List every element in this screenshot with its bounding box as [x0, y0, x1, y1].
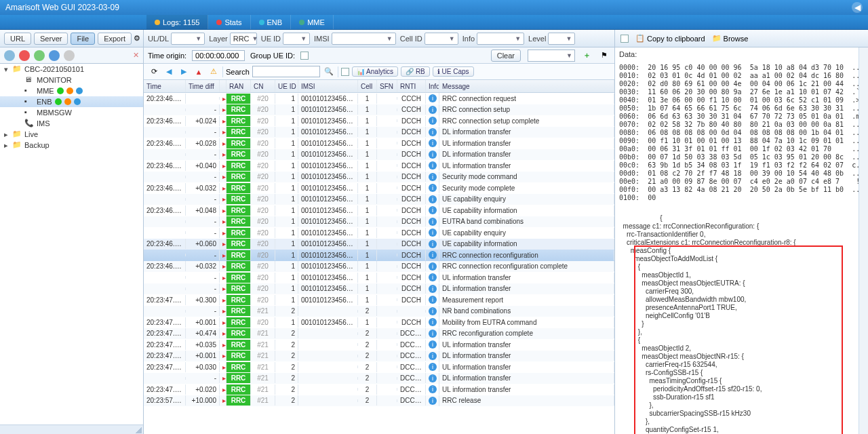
tree-item[interactable]: ▾📁CBC-2021050101: [0, 64, 143, 75]
analytics-button[interactable]: 📊 Analytics: [352, 66, 398, 77]
column-header[interactable]: Time: [144, 80, 186, 92]
log-row[interactable]: 20:23:46.676+0.032▸RRC#20100101012345678…: [144, 182, 614, 194]
tree-item[interactable]: 🖥MONITOR: [0, 75, 143, 85]
log-row[interactable]: -▸RRC#2010010101234567891DCCHiDL informa…: [144, 127, 614, 138]
tab-mme[interactable]: MME: [291, 15, 334, 29]
rb-button[interactable]: 🔗 RB: [401, 66, 430, 77]
hex-dump[interactable]: 0000: 20 16 95 c0 40 00 00 96 5a 18 10 a…: [615, 61, 859, 205]
reload-icon[interactable]: ⟳: [148, 66, 160, 78]
file-button[interactable]: File: [71, 33, 95, 45]
sync-icon[interactable]: [49, 50, 60, 61]
column-header[interactable]: RAN: [226, 80, 251, 92]
log-row[interactable]: 20:23:47.117+0.001▸RRC#20100101012345678…: [144, 317, 614, 328]
log-row[interactable]: -▸RRC#2010010101234567891DCCHiEUTRA band…: [144, 216, 614, 228]
clear-button[interactable]: Clear: [491, 50, 521, 62]
expand-icon[interactable]: ▾: [4, 65, 12, 74]
tab-enb[interactable]: ENB: [251, 15, 292, 29]
column-header[interactable]: CN: [251, 80, 275, 92]
more-icon[interactable]: [64, 50, 75, 61]
log-row[interactable]: -▸RRC#2010010101234567891DCCHiDL informa…: [144, 283, 614, 295]
column-header[interactable]: [220, 80, 226, 92]
message-decode[interactable]: { message c1: rrcConnectionReconfigurati…: [615, 205, 859, 434]
binoculars-icon[interactable]: 🔍: [323, 66, 335, 78]
log-row[interactable]: -▸RRC#2010010101234567891DCCHiUL informa…: [144, 272, 614, 283]
copy-button[interactable]: 📋 Copy to clipboard: [635, 34, 705, 43]
log-row[interactable]: -▸RRC#2010010101234567891DCCHiSecurity m…: [144, 172, 614, 183]
log-row[interactable]: -▸RRC#2122iNR band combinations: [144, 306, 614, 317]
alert-icon[interactable]: ⚠: [208, 66, 220, 78]
url-button[interactable]: URL: [4, 33, 31, 45]
tree-item[interactable]: ▪MME: [0, 85, 143, 96]
layer-combo[interactable]: RRC▼: [230, 33, 257, 45]
add-icon[interactable]: ＋: [580, 50, 593, 62]
tree-item[interactable]: ▸📁Backup: [0, 140, 143, 151]
log-grid[interactable]: TimeTime diffRANCNUE IDIMSICellSFNRNTIIn…: [144, 80, 614, 434]
log-row[interactable]: -▸RRC#2010010101234567891DCCHiUE capabil…: [144, 227, 614, 239]
tab-logs[interactable]: Logs: 1155: [146, 15, 208, 29]
log-row[interactable]: 20:23:46.576+0.024▸RRC#20100101012345678…: [144, 115, 614, 127]
browse-button[interactable]: 📁 Browse: [712, 34, 749, 43]
ueid-combo[interactable]: ▼: [283, 33, 310, 45]
level-combo[interactable]: ▼: [548, 33, 575, 45]
log-row[interactable]: 20:23:47.627+0.001▸RRC#2122DCCH-NRiDL in…: [144, 351, 614, 362]
sidebar-scrollbar[interactable]: [0, 425, 143, 434]
copy-checkbox[interactable]: [620, 35, 629, 43]
log-row[interactable]: -▸RRC#2122DCCH-NRiDL information transfe…: [144, 373, 614, 384]
log-row[interactable]: -▸RRC#2010010101234567891DCCHiDL informa…: [144, 149, 614, 161]
log-row[interactable]: 20:23:46.816+0.032▸RRC#20100101012345678…: [144, 261, 614, 273]
tree-item[interactable]: ▪MBMSGW: [0, 107, 143, 118]
tree-item[interactable]: ▪ENB: [0, 96, 143, 107]
imsi-combo[interactable]: ▼: [332, 33, 396, 45]
log-row[interactable]: 20:23:47.116+0.300▸RRC#20100101012345678…: [144, 294, 614, 306]
analytics-checkbox[interactable]: [341, 68, 349, 76]
refresh-icon[interactable]: [4, 50, 15, 61]
tree-item[interactable]: 📞IMS: [0, 118, 143, 129]
log-row[interactable]: 20:23:46.604+0.028▸RRC#20100101012345678…: [144, 138, 614, 149]
log-row[interactable]: 20:23:57.677+10.000▸RRC#2122DCCH-NRiRRC …: [144, 395, 614, 407]
close-icon[interactable]: ✕: [133, 51, 139, 60]
log-row[interactable]: 20:23:46.784+0.060▸RRC#20100101012345678…: [144, 239, 614, 250]
cellid-combo[interactable]: ▼: [425, 33, 458, 45]
forward-icon[interactable]: ▶: [178, 66, 190, 78]
log-row[interactable]: -▸RRC#2010010101234567891DCCHiRRC connec…: [144, 250, 614, 261]
play-icon[interactable]: [34, 50, 45, 61]
log-row[interactable]: -▸RRC#2010010101234567891CCCHiRRC connec…: [144, 104, 614, 116]
column-header[interactable]: Message: [439, 80, 614, 92]
filter-dropdown[interactable]: ▼: [528, 50, 575, 62]
stop-icon[interactable]: [19, 50, 30, 61]
column-header[interactable]: Cell: [358, 80, 377, 92]
flag-icon[interactable]: ⚑: [598, 50, 610, 62]
back-icon[interactable]: ◀: [163, 66, 175, 78]
time-origin-input[interactable]: 00:00:00.000: [192, 50, 245, 61]
expand-icon[interactable]: ▸: [4, 141, 12, 150]
log-row[interactable]: 20:23:46.724+0.048▸RRC#20100101012345678…: [144, 205, 614, 216]
file-tree[interactable]: ▾📁CBC-2021050101🖥MONITOR▪MME▪ENB▪MBMSGW📞…: [0, 64, 143, 425]
log-row[interactable]: 20:23:47.591+0.474▸RRC#2122DCCH-NRiRRC r…: [144, 328, 614, 340]
group-ue-checkbox[interactable]: [300, 52, 309, 60]
column-header[interactable]: Time diff: [186, 80, 220, 92]
log-row[interactable]: 20:23:47.677+0.020▸RRC#2122DCCH-NRiUL in…: [144, 384, 614, 395]
gear-icon[interactable]: ⚙: [133, 33, 141, 45]
column-header[interactable]: Info: [426, 80, 439, 92]
info-combo[interactable]: ▼: [477, 33, 524, 45]
uecaps-button[interactable]: ℹ UE Caps: [433, 66, 474, 77]
column-header[interactable]: UE ID: [275, 80, 298, 92]
column-header[interactable]: RNTI: [397, 80, 426, 92]
export-button[interactable]: Export: [98, 33, 132, 45]
log-row[interactable]: -▸RRC#2010010101234567891DCCHiUE capabil…: [144, 194, 614, 205]
uldl-combo[interactable]: ▼: [171, 33, 205, 45]
collapse-icon[interactable]: ◀: [852, 2, 863, 13]
log-row[interactable]: 20:23:46.644+0.040▸RRC#20100101012345678…: [144, 160, 614, 172]
search-input[interactable]: [252, 66, 320, 77]
column-header[interactable]: SFN: [377, 80, 397, 92]
expand-icon[interactable]: ▸: [4, 130, 12, 139]
column-header[interactable]: IMSI: [298, 80, 358, 92]
right-scrollbar[interactable]: [859, 47, 868, 434]
tree-item[interactable]: ▸📁Live: [0, 129, 143, 140]
log-row[interactable]: 20:23:47.626+0.035▸RRC#2122DCCH-NRiUL in…: [144, 339, 614, 351]
server-button[interactable]: Server: [34, 33, 68, 45]
log-row[interactable]: 20:23:46.552▸RRC#2010010101234567891CCCH…: [144, 93, 614, 104]
tab-stats[interactable]: Stats: [208, 15, 250, 29]
log-row[interactable]: 20:23:47.657+0.030▸RRC#2122DCCH-NRiUL in…: [144, 361, 614, 373]
warn-icon[interactable]: ▲: [193, 66, 205, 78]
